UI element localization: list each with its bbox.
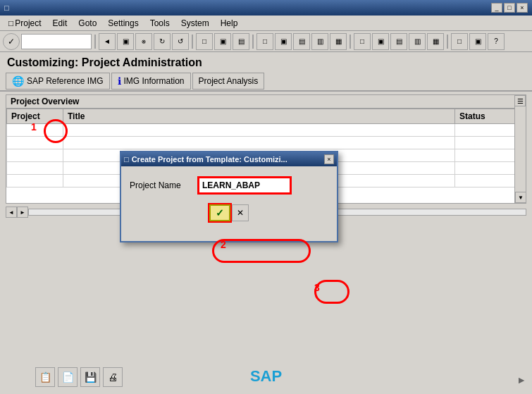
dialog-icon: □ xyxy=(124,155,129,164)
dialog-title-text: □ Create Project from Template: Customiz… xyxy=(124,155,287,164)
dialog-close-btn[interactable]: × xyxy=(324,154,334,164)
title-bar: □ _ □ × xyxy=(0,0,532,16)
toolbar-btn-9[interactable]: □ xyxy=(256,33,273,50)
toolbar-btn-11[interactable]: ▤ xyxy=(293,33,310,50)
project-icon: □ xyxy=(8,18,13,28)
title-bar-buttons: _ □ × xyxy=(491,3,528,13)
toolbar-input[interactable] xyxy=(21,34,92,49)
title-bar-title: □ xyxy=(4,4,9,12)
dialog-title-label: Create Project from Template: Customizi.… xyxy=(132,155,287,164)
toolbar-btn-3[interactable]: ⎈ xyxy=(135,33,152,50)
annotation-number-3: 3 xyxy=(314,282,320,293)
dialog-title-bar: □ Create Project from Template: Customiz… xyxy=(121,152,337,166)
dialog-field-row: Project Name xyxy=(130,178,328,193)
toolbar-btn-7[interactable]: ▣ xyxy=(214,33,231,50)
dialog-body: Project Name ✓ ✕ xyxy=(121,166,337,241)
toolbar: ✓ ◄ ▣ ⎈ ↻ ↺ □ ▣ ▤ □ ▣ ▤ ▥ ▦ □ ▣ ▤ ▥ ▦ □ … xyxy=(0,31,532,52)
back-button[interactable]: ✓ xyxy=(3,33,20,50)
separator-2 xyxy=(192,35,193,49)
menu-tools[interactable]: Tools xyxy=(144,17,175,30)
annotation-number-1: 1 xyxy=(31,121,37,133)
menu-bar: □ Project Edit Goto Settings Tools Syste… xyxy=(0,16,532,31)
menu-goto[interactable]: Goto xyxy=(73,17,102,30)
toolbar-btn-15[interactable]: ▣ xyxy=(372,33,389,50)
toolbar-btn-12[interactable]: ▥ xyxy=(311,33,328,50)
menu-edit[interactable]: Edit xyxy=(47,17,73,30)
dialog-ok-btn[interactable]: ✓ xyxy=(209,204,230,221)
toolbar-btn-19[interactable]: □ xyxy=(451,33,468,50)
toolbar-btn-16[interactable]: ▤ xyxy=(390,33,407,50)
dialog-field-label: Project Name xyxy=(130,180,193,190)
dialog-buttons: ✓ ✕ xyxy=(130,204,328,230)
menu-system[interactable]: System xyxy=(175,17,215,30)
toolbar-btn-2[interactable]: ▣ xyxy=(117,33,134,50)
maximize-button[interactable]: □ xyxy=(504,3,515,13)
toolbar-btn-18[interactable]: ▦ xyxy=(427,33,444,50)
menu-settings[interactable]: Settings xyxy=(102,17,144,30)
create-project-dialog: □ Create Project from Template: Customiz… xyxy=(120,151,338,242)
separator-4 xyxy=(349,35,351,49)
dialog-overlay: □ Create Project from Template: Customiz… xyxy=(0,52,532,394)
menu-help[interactable]: Help xyxy=(215,17,244,30)
toolbar-btn-14[interactable]: □ xyxy=(354,33,371,50)
toolbar-btn-6[interactable]: □ xyxy=(196,33,213,50)
separator-5 xyxy=(447,35,448,49)
project-name-input[interactable] xyxy=(199,178,290,193)
toolbar-btn-17[interactable]: ▥ xyxy=(409,33,426,50)
toolbar-btn-20[interactable]: ▣ xyxy=(469,33,486,50)
toolbar-btn-4[interactable]: ↻ xyxy=(154,33,171,50)
separator-1 xyxy=(94,35,96,49)
annotation-number-2: 2 xyxy=(221,239,226,250)
toolbar-btn-8[interactable]: ▤ xyxy=(233,33,249,50)
close-button[interactable]: × xyxy=(516,3,528,13)
main-content: Customizing: Project Administration 🌐 SA… xyxy=(0,52,532,394)
dialog-cancel-btn[interactable]: ✕ xyxy=(232,204,249,221)
separator-3 xyxy=(252,35,254,49)
toolbar-btn-1[interactable]: ◄ xyxy=(99,33,116,50)
menu-project[interactable]: □ Project xyxy=(3,17,47,30)
toolbar-btn-13[interactable]: ▦ xyxy=(330,33,347,50)
toolbar-btn-5[interactable]: ↺ xyxy=(172,33,189,50)
toolbar-btn-10[interactable]: ▣ xyxy=(275,33,292,50)
minimize-button[interactable]: _ xyxy=(491,3,502,13)
toolbar-btn-help[interactable]: ? xyxy=(488,33,505,50)
